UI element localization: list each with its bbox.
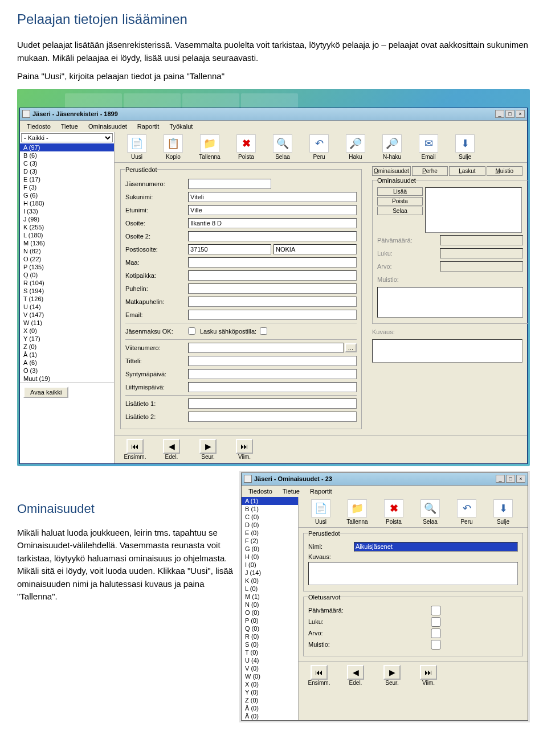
osoite-input[interactable] xyxy=(188,218,357,228)
alpha-row[interactable]: B (6) xyxy=(20,151,114,159)
alpha-row[interactable]: I (0) xyxy=(242,561,298,569)
titteli-input[interactable] xyxy=(188,356,357,366)
menu-tiedosto[interactable]: Tiedosto xyxy=(244,487,277,496)
menu-tiedosto[interactable]: Tiedosto xyxy=(22,122,55,131)
liittymispaiva-input[interactable] xyxy=(188,382,357,392)
minimize-button[interactable]: _ xyxy=(495,110,504,118)
alpha-row[interactable]: W (11) xyxy=(20,319,114,327)
alpha-row[interactable]: D (3) xyxy=(20,167,114,175)
kuvaus-textarea-2[interactable] xyxy=(308,562,518,585)
alpha-row[interactable]: Y (0) xyxy=(242,688,298,696)
nav-seur[interactable]: ▶Seur. xyxy=(191,439,225,460)
toolbar-tallenna[interactable]: 📁Tallenna xyxy=(192,134,227,160)
alpha-row[interactable]: W (0) xyxy=(242,672,298,680)
alpha-row[interactable]: R (0) xyxy=(242,632,298,640)
email-input[interactable] xyxy=(188,310,357,320)
alpha-row[interactable]: H (0) xyxy=(242,553,298,561)
alpha-row[interactable]: E (17) xyxy=(20,175,114,183)
postinro-input[interactable] xyxy=(188,244,271,254)
syntymapaiva-input[interactable] xyxy=(188,369,357,379)
nimi-input[interactable] xyxy=(354,542,518,552)
alpha-row[interactable]: M (136) xyxy=(20,239,114,247)
nav-seur[interactable]: ▶Seur. xyxy=(375,665,409,686)
nav-edel[interactable]: ◀Edel. xyxy=(154,439,189,460)
lisatieto1-input[interactable] xyxy=(188,398,357,409)
filter-select[interactable]: - Kaikki - xyxy=(21,133,113,142)
alpha-row[interactable]: F (3) xyxy=(20,183,114,191)
toolbar-sulje[interactable]: ⬇Sulje xyxy=(485,499,521,525)
alpha-row[interactable]: Z (0) xyxy=(20,343,114,351)
tab-laskut[interactable]: Laskut xyxy=(449,166,485,176)
alpha-row[interactable]: Ä (0) xyxy=(242,712,298,720)
alpha-row[interactable]: Ä (6) xyxy=(20,359,114,367)
jasenmaksu-checkbox[interactable] xyxy=(188,327,195,335)
alpha-row[interactable]: H (180) xyxy=(20,199,114,207)
alpha-row[interactable]: C (0) xyxy=(242,513,298,521)
alpha-row[interactable]: U (4) xyxy=(242,656,298,664)
alpha-row[interactable]: K (0) xyxy=(242,577,298,585)
alpha-row[interactable]: C (3) xyxy=(20,159,114,167)
menu-tietue[interactable]: Tietue xyxy=(278,487,304,496)
ominaisuudet-listbox[interactable] xyxy=(425,187,522,233)
alpha-row[interactable]: A (97) xyxy=(20,143,114,151)
toolbar-selaa[interactable]: 🔍Selaa xyxy=(413,499,448,525)
menu-ominaisuudet[interactable]: Ominaisuudet xyxy=(84,122,132,131)
alpha-row[interactable]: P (0) xyxy=(242,617,298,624)
toolbar-poista[interactable]: ✖Poista xyxy=(228,134,264,160)
puhelin-input[interactable] xyxy=(188,284,357,294)
paivamaara-checkbox[interactable] xyxy=(354,606,518,615)
postikaup-input[interactable] xyxy=(274,244,357,254)
alpha-row[interactable]: Muut (19) xyxy=(20,375,114,383)
alpha-row[interactable]: Q (0) xyxy=(242,624,298,632)
viitenumero-input[interactable] xyxy=(188,343,344,353)
tab-perhe[interactable]: Perhe xyxy=(412,166,448,176)
alpha-row[interactable]: X (0) xyxy=(20,327,114,335)
alpha-row[interactable]: L (180) xyxy=(20,231,114,239)
maa-input[interactable] xyxy=(188,257,357,268)
maximize-button[interactable]: □ xyxy=(506,475,515,483)
alpha-row[interactable]: Å (1) xyxy=(20,351,114,359)
alpha-row[interactable]: N (82) xyxy=(20,247,114,255)
nav-edel[interactable]: ◀Edel. xyxy=(338,665,373,686)
alpha-row[interactable]: Ö (3) xyxy=(20,367,114,375)
alpha-row[interactable]: V (0) xyxy=(242,664,298,672)
alpha-row[interactable]: E (0) xyxy=(242,529,298,537)
nav-ensimm[interactable]: ⏮Ensimm. xyxy=(118,439,152,460)
alpha-row[interactable]: F (2) xyxy=(242,537,298,545)
alpha-row[interactable]: B (1) xyxy=(242,505,298,513)
toolbar-peru[interactable]: ↶Peru xyxy=(301,134,337,160)
alpha-row[interactable]: G (0) xyxy=(242,545,298,553)
avaa-kaikki-button[interactable]: Avaa kaikki xyxy=(23,387,68,398)
alpha-row[interactable]: Y (17) xyxy=(20,335,114,343)
toolbar-kopio[interactable]: 📋Kopio xyxy=(156,134,191,160)
nav-viim[interactable]: ⏭Viim. xyxy=(411,665,446,686)
alpha-row[interactable]: Z (0) xyxy=(242,696,298,704)
toolbar-sulje[interactable]: ⬇Sulje xyxy=(447,134,483,160)
alpha-row[interactable]: V (147) xyxy=(20,311,114,319)
alpha-list[interactable]: A (97)B (6)C (3)D (3)E (17)F (3)G (6)H (… xyxy=(20,143,114,383)
alpha-row[interactable]: Q (0) xyxy=(20,271,114,279)
alpha-row[interactable]: L (0) xyxy=(242,585,298,593)
alpha-row[interactable]: U (14) xyxy=(20,303,114,311)
selaa-button[interactable]: Selaa xyxy=(377,207,423,215)
lasku-sahko-checkbox[interactable] xyxy=(260,327,267,335)
nav-viim[interactable]: ⏭Viim. xyxy=(227,439,262,460)
sukunimi-input[interactable] xyxy=(188,192,357,202)
menu-tyokalut[interactable]: Työkalut xyxy=(165,122,197,131)
muistio-checkbox[interactable] xyxy=(354,640,518,650)
arvo-checkbox[interactable] xyxy=(354,628,518,638)
alpha-row[interactable]: A (1) xyxy=(242,497,298,505)
alpha-row[interactable]: D (0) xyxy=(242,521,298,529)
toolbar-email[interactable]: ✉Email xyxy=(411,134,446,160)
etunimi-input[interactable] xyxy=(188,205,357,215)
tab-ominaisuudet[interactable]: Ominaisuudet xyxy=(372,166,411,176)
alpha-row[interactable]: X (0) xyxy=(242,680,298,688)
matkapuhelin-input[interactable] xyxy=(188,297,357,307)
toolbar-tallenna[interactable]: 📁Tallenna xyxy=(340,499,375,525)
osoite2-input[interactable] xyxy=(188,231,357,241)
alpha-row[interactable]: J (99) xyxy=(20,215,114,223)
menu-tietue[interactable]: Tietue xyxy=(56,122,83,131)
toolbar-uusi[interactable]: 📄Uusi xyxy=(119,134,154,160)
alpha-row[interactable]: N (0) xyxy=(242,601,298,609)
lisaa-button[interactable]: Lisää xyxy=(377,187,423,196)
